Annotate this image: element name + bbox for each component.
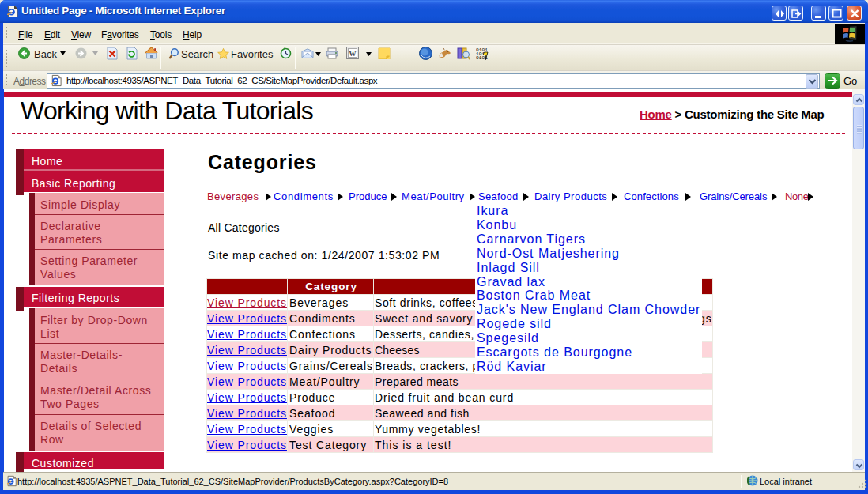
- svg-text:W: W: [349, 50, 357, 58]
